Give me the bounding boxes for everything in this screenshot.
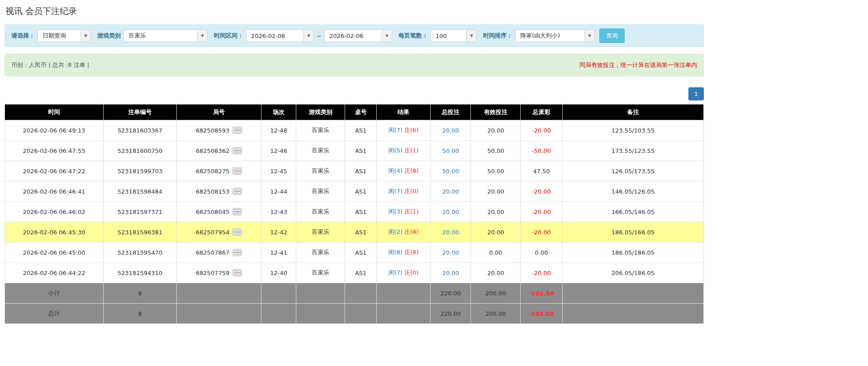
result-cell: 闲(2)庄(8) bbox=[376, 222, 430, 242]
bet-id-cell: 523181596381 bbox=[103, 222, 176, 242]
result-banker: 庄(6) bbox=[404, 127, 418, 133]
sort-order-select[interactable]: 降幂(由大到小) ▼ bbox=[515, 29, 595, 42]
game-type-cell: 百家乐 bbox=[296, 161, 345, 181]
game-video-icon[interactable] bbox=[232, 147, 242, 154]
summary-notice: 同局有效投注，统一计算在该局第一张注单内 bbox=[579, 61, 697, 69]
result-banker: 庄(8) bbox=[404, 167, 418, 174]
table-row: 2026-02-06 06:44:22 523181594310 6825077… bbox=[5, 263, 704, 283]
result-banker: 庄(1) bbox=[404, 208, 418, 215]
filter-bar: 请选择： 日期查询 ▼ 游戏类别 百家乐 ▼ 时间区间： 2026-02-06 … bbox=[5, 24, 704, 47]
date-to-select[interactable]: 2026-02-06 ▼ bbox=[324, 29, 392, 42]
round-id-cell: 682507954 bbox=[177, 222, 261, 242]
page-title: 视讯 会员下注纪录 bbox=[5, 5, 704, 17]
game-type-select[interactable]: 百家乐 ▼ bbox=[123, 29, 208, 42]
chevron-down-icon: ▼ bbox=[584, 30, 594, 42]
valid-bet-cell: 50.00 bbox=[471, 141, 521, 161]
total-bet-cell: 20.00 bbox=[430, 242, 471, 263]
total-payout: -102.50 bbox=[521, 304, 563, 324]
note-cell: 123.55/103.55 bbox=[562, 120, 703, 141]
page-size-select[interactable]: 100 ▼ bbox=[431, 29, 477, 42]
header-result: 结果 bbox=[376, 105, 430, 120]
payout-cell: 47.50 bbox=[521, 161, 563, 181]
game-type-cell: 百家乐 bbox=[296, 222, 345, 242]
table-no-cell: AS1 bbox=[345, 242, 377, 263]
game-type-value: 百家乐 bbox=[124, 30, 197, 42]
table-no-cell: AS1 bbox=[345, 263, 377, 283]
round-id-cell: 682508045 bbox=[177, 202, 261, 222]
total-total-bet: 220.00 bbox=[430, 304, 471, 324]
header-note: 备注 bbox=[562, 105, 703, 120]
result-banker: 庄(8) bbox=[404, 249, 418, 256]
total-bet-link[interactable]: 20.00 bbox=[442, 249, 459, 256]
round-id-cell: 682508275 bbox=[177, 161, 261, 181]
total-bet-link[interactable]: 20.00 bbox=[442, 127, 459, 134]
result-cell: 闲(5)庄(1) bbox=[376, 141, 430, 161]
payout-cell: -20.00 bbox=[521, 120, 563, 141]
subtotal-row: 小计 8 220.00 200.00 -102.50 bbox=[5, 283, 704, 304]
game-type-label: 游戏类别 bbox=[97, 32, 121, 40]
header-time: 时间 bbox=[5, 105, 104, 120]
valid-bet-cell: 20.00 bbox=[471, 181, 521, 202]
bet-id-cell: 523181594310 bbox=[103, 263, 176, 283]
total-bet-cell: 20.00 bbox=[430, 120, 471, 141]
game-video-icon[interactable] bbox=[232, 167, 242, 175]
session-cell: 12-40 bbox=[261, 263, 296, 283]
game-type-cell: 百家乐 bbox=[296, 181, 345, 202]
subtotal-valid-bet: 200.00 bbox=[471, 283, 521, 304]
search-button[interactable]: 查询 bbox=[599, 29, 625, 43]
valid-bet-cell: 20.00 bbox=[471, 222, 521, 242]
result-cell: 闲(7)庄(6) bbox=[376, 120, 430, 141]
round-id-cell: 682508153 bbox=[177, 181, 261, 202]
date-range-separator: ~ bbox=[317, 33, 322, 39]
game-video-icon[interactable] bbox=[232, 228, 242, 236]
result-player: 闲(7) bbox=[388, 269, 402, 276]
game-video-icon[interactable] bbox=[232, 188, 242, 195]
header-valid-bet: 有效投注 bbox=[471, 105, 521, 120]
game-video-icon[interactable] bbox=[232, 127, 242, 134]
time-range-label: 时间区间： bbox=[214, 32, 243, 40]
total-bet-link[interactable]: 20.00 bbox=[442, 270, 459, 276]
subtotal-payout: -102.50 bbox=[521, 283, 563, 304]
result-player: 闲(2) bbox=[388, 228, 402, 235]
note-cell: 126.05/173.55 bbox=[562, 161, 703, 181]
round-id-cell: 682507759 bbox=[177, 263, 261, 283]
session-cell: 12-48 bbox=[261, 120, 296, 141]
total-row: 总计 8 220.00 200.00 -102.50 bbox=[5, 304, 704, 324]
page-number-button[interactable]: 1 bbox=[688, 87, 704, 100]
note-cell: 206.05/186.05 bbox=[562, 263, 703, 283]
chevron-down-icon: ▼ bbox=[304, 30, 313, 42]
table-no-cell: AS1 bbox=[345, 202, 377, 222]
table-row: 2026-02-06 06:46:02 523181597371 6825080… bbox=[5, 202, 704, 222]
valid-bet-cell: 20.00 bbox=[471, 202, 521, 222]
bet-id-cell: 523181600750 bbox=[103, 141, 176, 161]
game-video-icon[interactable] bbox=[232, 249, 242, 256]
session-cell: 12-44 bbox=[261, 181, 296, 202]
date-to-value: 2026-02-06 bbox=[325, 30, 382, 42]
bet-id-cell: 523181597371 bbox=[103, 202, 176, 222]
table-body: 2026-02-06 06:49:13 523181603367 6825085… bbox=[5, 120, 704, 283]
total-bet-link[interactable]: 20.00 bbox=[442, 229, 459, 236]
chevron-down-icon: ▼ bbox=[382, 30, 392, 42]
result-player: 闲(3) bbox=[388, 208, 402, 215]
bet-id-cell: 523181599703 bbox=[103, 161, 176, 181]
total-bet-link[interactable]: 50.00 bbox=[442, 147, 459, 154]
payout-cell: -50.00 bbox=[521, 141, 563, 161]
page-content: 视讯 会员下注纪录 请选择： 日期查询 ▼ 游戏类别 百家乐 ▼ 时间区间： 2… bbox=[0, 0, 704, 324]
total-bet-link[interactable]: 20.00 bbox=[442, 209, 459, 215]
chevron-down-icon: ▼ bbox=[197, 30, 207, 42]
table-no-cell: AS1 bbox=[345, 181, 377, 202]
game-video-icon[interactable] bbox=[232, 269, 242, 276]
time-cell: 2026-02-06 06:45:30 bbox=[5, 222, 104, 242]
total-bet-link[interactable]: 50.00 bbox=[442, 168, 459, 175]
query-type-select[interactable]: 日期查询 ▼ bbox=[38, 29, 91, 42]
payout-cell: -20.00 bbox=[521, 181, 563, 202]
game-video-icon[interactable] bbox=[232, 208, 242, 215]
table-no-cell: AS1 bbox=[345, 161, 377, 181]
pagination: 1 bbox=[5, 87, 704, 100]
result-cell: 闲(8)庄(8) bbox=[376, 242, 430, 263]
result-player: 闲(7) bbox=[388, 188, 402, 195]
table-row: 2026-02-06 06:47:22 523181599703 6825082… bbox=[5, 161, 704, 181]
table-header-row: 时间 注单编号 局号 场次 游戏类别 桌号 结果 总投注 有效投注 总派彩 备注 bbox=[5, 105, 704, 120]
date-from-select[interactable]: 2026-02-06 ▼ bbox=[246, 29, 314, 42]
total-bet-link[interactable]: 20.00 bbox=[442, 188, 459, 195]
